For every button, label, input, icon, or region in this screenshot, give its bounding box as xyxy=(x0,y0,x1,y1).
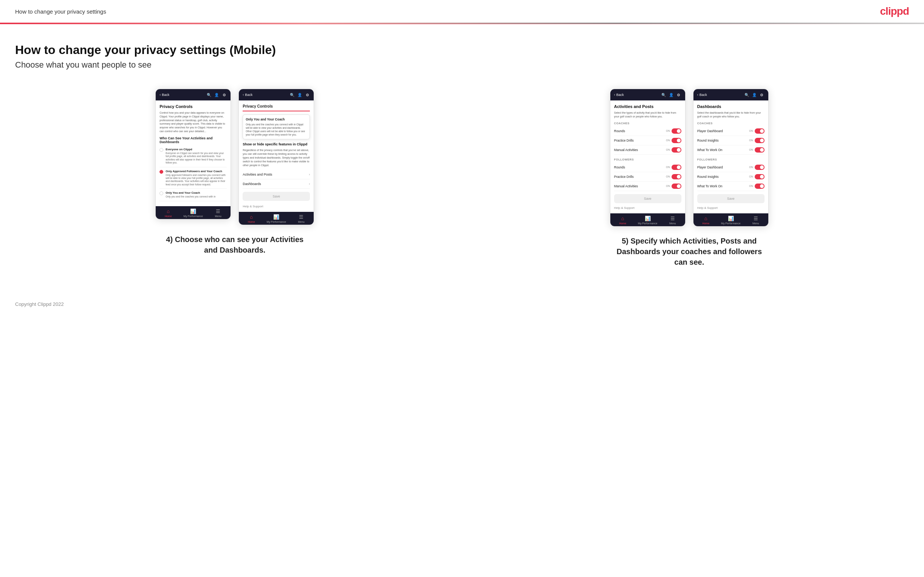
nav-menu-3[interactable]: ☰ Menu xyxy=(660,216,685,225)
save-btn-4[interactable]: Save xyxy=(697,194,764,203)
phone-nav-2: ⌂ Home 📊 My Performance ☰ Menu xyxy=(239,212,314,225)
settings-icon-3[interactable]: ⚙ xyxy=(676,92,682,97)
phone-screen-1: ‹ Back 🔍 👤 ⚙ Privacy Controls Control ho… xyxy=(155,89,231,219)
phone-topbar-2: ‹ Back 🔍 👤 ⚙ xyxy=(239,89,314,100)
round-insights-label-f: Round Insights xyxy=(697,175,719,179)
phone-content-4: Dashboards Select the dashboards that yo… xyxy=(693,100,768,213)
back-button-4[interactable]: ‹ Back xyxy=(697,93,707,97)
dashboards-desc: Select the dashboards that you'd like to… xyxy=(697,111,764,119)
page-heading: How to change your privacy settings (Mob… xyxy=(15,43,909,57)
menu-activities-label: Activities and Posts xyxy=(242,172,272,176)
phone-screen-2: ‹ Back 🔍 👤 ⚙ Privacy Controls xyxy=(239,89,314,225)
rounds-label-c: Rounds xyxy=(614,129,625,133)
toggle-rounds-followers[interactable] xyxy=(672,164,682,170)
phone-nav-1: ⌂ Home 📊 My Performance ☰ Menu xyxy=(156,206,231,219)
privacy-tab-label: Privacy Controls xyxy=(242,104,310,108)
topbar-title: How to change your privacy settings xyxy=(15,8,106,15)
manual-label-c: Manual Activities xyxy=(614,148,638,152)
settings-icon[interactable]: ⚙ xyxy=(221,92,227,97)
what-to-work-label-f: What To Work On xyxy=(697,184,722,188)
toggle-coaches-player-dash: Player Dashboard ON xyxy=(697,126,764,136)
chevron-activities: › xyxy=(309,172,310,176)
tooltip-title: Only You and Your Coach xyxy=(246,118,307,121)
nav-home-4[interactable]: ⌂ Home xyxy=(693,216,719,225)
followers-header-3: FOLLOWERS xyxy=(614,158,682,161)
people-icon[interactable]: 👤 xyxy=(214,92,219,97)
people-icon-3[interactable]: 👤 xyxy=(669,92,674,97)
round-insights-label-c: Round Insights xyxy=(697,139,719,142)
nav-menu-4[interactable]: ☰ Menu xyxy=(743,216,768,225)
toggle-player-dash-followers[interactable] xyxy=(755,164,764,170)
menu-row-activities[interactable]: Activities and Posts › xyxy=(242,170,310,179)
back-button-2[interactable]: ‹ Back xyxy=(242,93,252,97)
nav-home-2[interactable]: ⌂ Home xyxy=(239,214,264,223)
phone-icons-3: 🔍 👤 ⚙ xyxy=(661,92,682,97)
copyright: Copyright Clippd 2022 xyxy=(15,301,64,307)
radio-option-coach-only[interactable]: Only You and Your Coach Only you and the… xyxy=(160,189,227,201)
chevron-dashboards: › xyxy=(309,182,310,186)
search-icon-3[interactable]: 🔍 xyxy=(661,92,666,97)
toggle-what-to-work-coaches[interactable] xyxy=(755,147,764,153)
toggle-coaches-rounds: Rounds ON xyxy=(614,126,682,136)
nav-performance-3[interactable]: 📊 My Performance xyxy=(635,216,660,225)
caption-group-1: 4) Choose who can see your Activities an… xyxy=(159,234,310,255)
save-btn-2[interactable]: Save xyxy=(242,192,310,201)
toggle-what-to-work-followers[interactable] xyxy=(755,184,764,189)
footer: Copyright Clippd 2022 xyxy=(0,290,924,318)
toggle-round-insights-followers[interactable] xyxy=(755,174,764,179)
toggle-drills-coaches[interactable] xyxy=(672,138,682,143)
phone-topbar-3: ‹ Back 🔍 👤 ⚙ xyxy=(610,89,685,100)
back-button-3[interactable]: ‹ Back xyxy=(614,93,624,97)
settings-icon-4[interactable]: ⚙ xyxy=(759,92,764,97)
menu-dashboards-label: Dashboards xyxy=(242,182,261,186)
nav-home-3[interactable]: ⌂ Home xyxy=(610,216,635,225)
toggle-followers-what-to-work: What To Work On ON xyxy=(697,182,764,191)
toggle-player-dash-coaches[interactable] xyxy=(755,128,764,134)
tooltip-text: Only you and the coaches you connect wit… xyxy=(246,123,307,136)
screenshot-pair-1: ‹ Back 🔍 👤 ⚙ Privacy Controls Control ho… xyxy=(155,89,314,225)
screenshots-grid: ‹ Back 🔍 👤 ⚙ Privacy Controls Control ho… xyxy=(15,89,909,268)
nav-performance-1[interactable]: 📊 My Performance xyxy=(181,208,205,218)
phone-nav-3: ⌂ Home 📊 My Performance ☰ Menu xyxy=(610,213,685,226)
search-icon-4[interactable]: 🔍 xyxy=(744,92,750,97)
people-icon-2[interactable]: 👤 xyxy=(297,92,302,97)
phone-topbar-4: ‹ Back 🔍 👤 ⚙ xyxy=(693,89,768,100)
coaches-header-4: COACHES xyxy=(697,122,764,125)
nav-performance-2[interactable]: 📊 My Performance xyxy=(264,214,289,223)
toggle-manual-followers[interactable] xyxy=(672,184,682,189)
caption-group-2: 5) Specify which Activities, Posts and D… xyxy=(614,235,765,268)
toggle-rounds-coaches[interactable] xyxy=(672,128,682,134)
main-content: How to change your privacy settings (Mob… xyxy=(0,24,924,290)
tooltip-box: Only You and Your Coach Only you and the… xyxy=(242,114,310,139)
nav-menu-2[interactable]: ☰ Menu xyxy=(289,214,314,223)
toggle-manual-coaches[interactable] xyxy=(672,147,682,153)
privacy-controls-title: Privacy Controls xyxy=(160,104,227,109)
save-btn-3[interactable]: Save xyxy=(614,194,682,203)
who-can-see-label: Who Can See Your Activities and Dashboar… xyxy=(160,136,227,144)
drills-label-c: Practice Drills xyxy=(614,139,634,142)
search-icon[interactable]: 🔍 xyxy=(206,92,212,97)
rounds-label-f: Rounds xyxy=(614,165,625,169)
nav-menu-1[interactable]: ☰ Menu xyxy=(205,208,231,218)
toggle-coaches-drills: Practice Drills ON xyxy=(614,136,682,145)
nav-home-1[interactable]: ⌂ Home xyxy=(156,208,181,218)
menu-row-dashboards[interactable]: Dashboards › xyxy=(242,179,310,189)
top-bar: How to change your privacy settings clip… xyxy=(0,0,924,24)
people-icon-4[interactable]: 👤 xyxy=(752,92,757,97)
settings-icon-2[interactable]: ⚙ xyxy=(305,92,310,97)
toggle-round-insights-coaches[interactable] xyxy=(755,138,764,143)
show-hide-title: Show or hide specific features in Clippd xyxy=(242,142,310,146)
search-icon-2[interactable]: 🔍 xyxy=(289,92,295,97)
radio-option-everyone[interactable]: Everyone on Clippd Everyone on Clippd ca… xyxy=(160,145,227,167)
back-button-1[interactable]: ‹ Back xyxy=(160,93,169,97)
radio-option-followers[interactable]: Only Approved Followers and Your Coach O… xyxy=(160,167,227,189)
toggle-coaches-what-to-work: What To Work On ON xyxy=(697,145,764,155)
toggle-drills-followers[interactable] xyxy=(672,174,682,179)
privacy-tab-row: Privacy Controls xyxy=(242,104,310,111)
toggle-coaches-round-insights: Round Insights ON xyxy=(697,136,764,145)
nav-performance-4[interactable]: 📊 My Performance xyxy=(719,216,743,225)
radio-text-everyone: Everyone on Clippd Everyone on Clippd ca… xyxy=(166,148,227,164)
screenshot-pair-2: ‹ Back 🔍 👤 ⚙ Activities and Posts Select… xyxy=(610,89,769,227)
show-hide-desc: Regardless of the privacy controls that … xyxy=(242,148,310,167)
phone-screen-3: ‹ Back 🔍 👤 ⚙ Activities and Posts Select… xyxy=(610,89,685,227)
